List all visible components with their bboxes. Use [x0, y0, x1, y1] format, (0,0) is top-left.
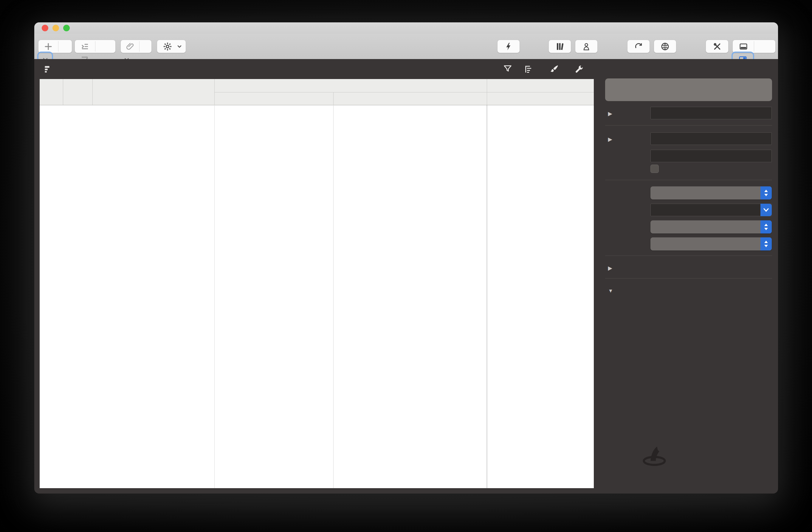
alignment-popup[interactable] [650, 238, 772, 250]
inspector-tab-bar [605, 78, 772, 101]
view-bar [34, 59, 778, 79]
work-section-label[interactable]: ▶ [608, 134, 616, 144]
app-window: ▶ ▶ ▶ ▼ [34, 23, 778, 493]
library-button[interactable] [549, 40, 571, 53]
paperclip-icon [126, 42, 134, 51]
tools-icon [713, 42, 722, 51]
add-item-button[interactable] [39, 40, 58, 53]
title-field[interactable] [650, 107, 772, 119]
table-header [40, 79, 594, 105]
disclosure-triangle-icon: ▶ [608, 265, 612, 271]
gear-icon [163, 42, 172, 51]
disclosure-triangle-icon: ▶ [608, 111, 612, 117]
window-title [34, 23, 778, 34]
actions-button[interactable] [497, 40, 520, 53]
attach-button-group [120, 40, 152, 53]
work-breakdown-icon [44, 65, 52, 73]
work-breakdown-view [40, 79, 594, 488]
desktop: ▶ ▶ ▶ ▼ [0, 0, 812, 532]
earliest-date-field[interactable] [650, 204, 772, 216]
publish-button[interactable] [654, 40, 676, 53]
utilities-button[interactable] [706, 40, 728, 53]
end-popup[interactable] [650, 220, 772, 233]
sync-icon [634, 42, 643, 51]
disclosure-triangle-icon: ▼ [608, 288, 613, 294]
toggle-bottom-panel-button[interactable] [733, 40, 754, 53]
popup-chevrons-icon [760, 186, 772, 200]
sync-button[interactable] [627, 40, 650, 53]
library-books-icon [555, 42, 564, 51]
panel-bottom-icon [739, 42, 748, 51]
indent-icon [81, 42, 89, 51]
start-popup[interactable] [650, 186, 772, 200]
merlin-hat-icon [641, 441, 668, 468]
gantt-rows [40, 105, 594, 488]
settings-button[interactable] [157, 40, 186, 53]
advanced-section-label[interactable]: ▶ [608, 263, 616, 273]
filter-button[interactable] [503, 64, 513, 74]
style-brush-button[interactable] [549, 64, 559, 74]
resources-button[interactable] [575, 40, 598, 53]
title-section-label[interactable]: ▶ [608, 109, 616, 118]
panel-toggle-group [733, 40, 775, 53]
expected-section-label[interactable]: ▼ [608, 286, 617, 295]
chevron-down-icon [176, 44, 183, 49]
outline-options-button[interactable] [524, 64, 534, 74]
date-dropdown-icon[interactable] [760, 204, 772, 216]
work-field[interactable] [650, 132, 772, 145]
disclosure-triangle-icon: ▶ [608, 136, 612, 142]
globe-icon [661, 42, 669, 51]
add-item-button-group [38, 40, 72, 53]
popup-chevrons-icon [760, 238, 772, 250]
milestone-checkbox[interactable] [650, 164, 659, 173]
settings-wrench-button[interactable] [574, 64, 584, 74]
duration-field[interactable] [650, 150, 772, 162]
indent-button-group [74, 40, 116, 53]
lightning-icon [504, 42, 513, 51]
attachment-button[interactable] [121, 40, 139, 53]
person-icon [582, 42, 591, 51]
plus-icon [44, 42, 53, 51]
indent-button[interactable] [75, 40, 95, 53]
popup-chevrons-icon [760, 220, 772, 233]
